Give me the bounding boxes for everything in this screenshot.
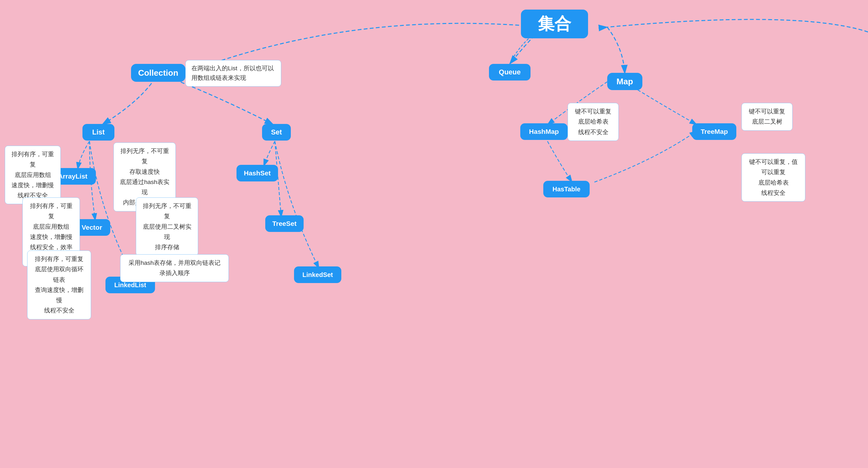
treeset-desc-box: 排列无序，不可重复 底层使用二叉树实现 排序存储 — [136, 197, 198, 256]
arraylist-desc-box: 排列有序，可重复 底层应用数组 速度快，增删慢 线程不安全 — [5, 146, 61, 204]
linkedlist-desc-box: 排列有序，可重复 底层使用双向循环链表 查询速度快，增删慢 线程不安全 — [27, 250, 91, 319]
linkedset-desc-box: 采用hash表存储，并用双向链表记录插入顺序 — [120, 254, 229, 282]
hashset-node: HashSet — [237, 165, 278, 182]
hastable-node: HasTable — [543, 181, 590, 197]
hashmap-node: HashMap — [520, 123, 567, 140]
map-node: Map — [607, 73, 642, 90]
queue-node: Queue — [489, 64, 530, 81]
list-node: List — [83, 124, 115, 141]
hashmap-desc-box: 键不可以重复 底层哈希表 线程不安全 — [567, 103, 619, 141]
queue-desc-box: 在两端出入的List，所以也可以用数组或链表来实现 — [185, 60, 281, 87]
jihe-node: 集合 — [521, 9, 588, 38]
hastable-desc-box: 键不可以重复，值可以重复 底层哈希表 线程安全 — [741, 153, 805, 201]
treeset-node: TreeSet — [265, 215, 304, 232]
treemap-node: TreeMap — [692, 123, 736, 140]
treemap-desc-box: 键不可以重复 底层二叉树 — [741, 103, 793, 131]
collection-node: Collection — [131, 64, 185, 82]
linkedset-node: LinkedSet — [294, 267, 341, 283]
set-node: Set — [262, 124, 291, 141]
